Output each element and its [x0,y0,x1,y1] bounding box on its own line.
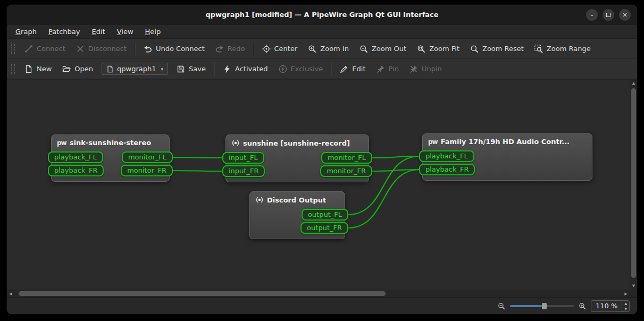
scrollbar-corner [630,290,637,297]
connect-icon [24,45,33,53]
redo-button[interactable]: Redo [210,42,250,56]
zoom-spinbox[interactable]: 110 % ▲ ▼ [591,300,630,312]
exclusive-toggle[interactable]: Exclusive [273,62,329,76]
zoom-out-icon[interactable] [498,302,505,310]
unpin-button[interactable]: Unpin [404,62,447,76]
toolbar-separator [135,43,136,55]
port-output-fr[interactable]: output_FR [300,222,348,234]
port-playback-fr[interactable]: playback_FR [419,164,475,175]
node-family-hd-audio[interactable]: pw Family 17h/19h HD Audio Contr... play… [422,133,592,181]
center-button[interactable]: Center [257,42,303,56]
edit-button[interactable]: Edit [334,62,371,76]
close-icon: ✕ [622,12,627,19]
zoom-in-icon [308,45,316,53]
vertical-scroll-track[interactable] [630,87,637,282]
port-input-fl[interactable]: input_FL [222,152,264,164]
horizontal-scroll-track[interactable] [14,290,622,297]
horizontal-scroll-handle[interactable] [19,291,386,296]
spin-down-arrow[interactable]: ▼ [622,306,629,311]
zoom-out-button[interactable]: Zoom Out [354,42,412,56]
zoom-in-icon[interactable] [579,302,586,310]
save-label: Save [189,65,206,73]
menu-edit[interactable]: Edit [87,26,111,37]
zoom-out-icon [359,45,368,53]
port-playback-fl[interactable]: playback_FL [48,151,103,163]
toolbar-separator [253,43,254,55]
pipewire-icon: pw [428,138,438,146]
vertical-scroll-handle[interactable] [631,88,636,278]
minimize-button[interactable]: – [586,9,598,21]
zoom-reset-button[interactable]: Zoom Reset [465,42,529,56]
toolbar-grip[interactable] [11,64,15,74]
port-input-fr[interactable]: input_FR [222,165,265,177]
zoom-fit-button[interactable]: Zoom Fit [412,42,465,56]
graph-canvas[interactable]: pw sink-sunshine-stereo playback_FL moni… [7,80,630,290]
node-sunshine-record[interactable]: sunshine [sunshine-record] input_FL moni… [225,134,369,182]
edit-label: Edit [352,65,365,73]
zoom-range-icon [534,45,543,53]
zoom-slider-handle[interactable] [542,303,547,309]
vertical-scrollbar[interactable]: ▲ ▼ [630,80,637,290]
horizontal-scrollbar[interactable]: ◀ ▶ [7,290,637,297]
open-folder-icon [62,65,71,73]
menu-patchbay[interactable]: Patchbay [43,26,86,37]
patchbay-file-value: qpwgraph1 [117,65,156,73]
save-button[interactable]: Save [171,62,211,76]
save-icon [177,65,185,73]
window-controls: – ✕ [586,9,631,21]
zoom-value[interactable]: 110 % [591,301,622,311]
close-button[interactable]: ✕ [619,9,631,21]
unpin-icon [409,65,418,73]
zoom-range-button[interactable]: Zoom Range [529,42,596,56]
node-header[interactable]: sunshine [sunshine-record] [226,135,369,150]
open-button[interactable]: Open [57,62,98,76]
scroll-down-arrow[interactable]: ▼ [630,282,637,290]
scroll-right-arrow[interactable]: ▶ [622,290,630,297]
menu-graph-label: Graph [15,28,37,36]
node-header[interactable]: pw sink-sunshine-stereo [52,135,169,150]
connect-label: Connect [37,45,65,53]
record-icon [255,196,264,204]
pencil-icon [340,65,348,73]
patchbay-file-combobox[interactable]: qpwgraph1 ▾ [102,63,168,75]
spin-up-arrow[interactable]: ▲ [622,301,629,306]
port-playback-fr[interactable]: playback_FR [48,165,104,176]
unpin-label: Unpin [422,65,442,73]
node-header[interactable]: Discord Output [250,192,345,207]
disconnect-button[interactable]: Disconnect [71,42,132,56]
port-playback-fl[interactable]: playback_FL [419,150,474,162]
node-header[interactable]: pw Family 17h/19h HD Audio Contr... [423,134,592,149]
lightning-circle-icon [279,65,287,73]
zoom-in-button[interactable]: Zoom In [303,42,354,56]
node-sink-sunshine-stereo[interactable]: pw sink-sunshine-stereo playback_FL moni… [51,134,170,182]
maximize-button[interactable] [603,9,614,21]
undo-connect-button[interactable]: Undo Connect [138,42,210,56]
new-button[interactable]: New [19,62,57,76]
menu-view[interactable]: View [112,26,139,37]
redo-icon [215,45,224,53]
node-title: Discord Output [267,196,326,204]
minimize-icon: – [590,12,593,19]
maximize-icon [606,13,610,17]
connect-button[interactable]: Connect [19,42,71,56]
scroll-up-arrow[interactable]: ▲ [630,80,637,87]
titlebar[interactable]: qpwgraph1 [modified] — A PipeWire Graph … [7,5,637,25]
port-output-fl[interactable]: output_FL [302,209,348,221]
menu-help[interactable]: Help [140,26,166,37]
toolbar-separator [214,63,215,75]
undo-icon [144,45,152,53]
zoom-slider[interactable] [510,302,574,310]
zoom-reset-icon [470,45,479,53]
file-icon [106,65,114,73]
scroll-left-arrow[interactable]: ◀ [7,290,14,297]
pin-button[interactable]: Pin [371,62,404,76]
port-monitor-fr[interactable]: monitor_FR [320,165,372,177]
port-monitor-fr[interactable]: monitor_FR [121,165,173,176]
disconnect-icon [76,45,85,53]
activated-toggle[interactable]: Activated [218,62,273,76]
port-monitor-fl[interactable]: monitor_FL [321,152,372,164]
port-monitor-fl[interactable]: monitor_FL [122,151,173,163]
menu-graph[interactable]: Graph [10,26,42,37]
toolbar-grip[interactable] [11,44,15,54]
node-discord-output[interactable]: Discord Output output_FL output_FR [249,191,345,239]
